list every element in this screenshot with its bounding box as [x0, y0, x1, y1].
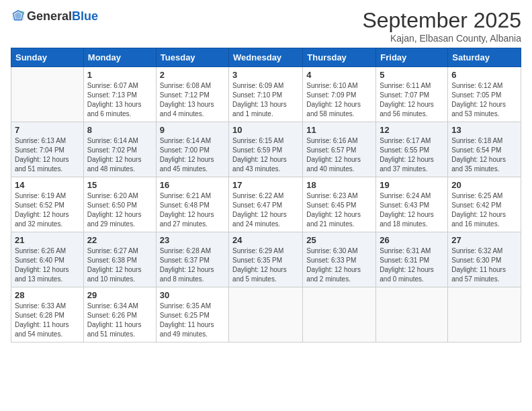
- day-info: Sunrise: 6:28 AMSunset: 6:37 PMDaylight:…: [160, 246, 225, 284]
- day-number: 10: [232, 125, 299, 135]
- day-number: 24: [232, 235, 299, 245]
- day-number: 3: [232, 70, 299, 80]
- day-number: 23: [160, 235, 225, 245]
- weekday-header-row: SundayMondayTuesdayWednesdayThursdayFrid…: [11, 48, 521, 67]
- calendar-day-cell: 27Sunrise: 6:32 AMSunset: 6:30 PMDayligh…: [448, 232, 521, 287]
- day-number: 18: [306, 180, 372, 190]
- month-title: September 2025: [362, 8, 521, 33]
- calendar-day-cell: 6Sunrise: 6:12 AMSunset: 7:05 PMDaylight…: [448, 67, 521, 122]
- calendar-day-cell: 12Sunrise: 6:17 AMSunset: 6:55 PMDayligh…: [376, 122, 448, 177]
- day-info: Sunrise: 6:35 AMSunset: 6:25 PMDaylight:…: [160, 302, 225, 339]
- calendar-day-cell: 10Sunrise: 6:15 AMSunset: 6:59 PMDayligh…: [229, 122, 303, 177]
- day-number: 6: [451, 70, 517, 80]
- calendar-day-cell: 15Sunrise: 6:20 AMSunset: 6:50 PMDayligh…: [83, 177, 156, 232]
- day-number: 1: [87, 70, 152, 80]
- calendar-day-cell: 11Sunrise: 6:16 AMSunset: 6:57 PMDayligh…: [303, 122, 376, 177]
- day-info: Sunrise: 6:12 AMSunset: 7:05 PMDaylight:…: [451, 81, 517, 119]
- calendar-day-cell: [303, 287, 376, 342]
- day-number: 26: [380, 235, 444, 245]
- weekday-header-thursday: Thursday: [303, 48, 376, 67]
- weekday-header-sunday: Sunday: [11, 48, 84, 67]
- day-info: Sunrise: 6:24 AMSunset: 6:43 PMDaylight:…: [380, 191, 444, 229]
- day-info: Sunrise: 6:14 AMSunset: 7:00 PMDaylight:…: [160, 136, 225, 174]
- day-info: Sunrise: 6:30 AMSunset: 6:33 PMDaylight:…: [306, 246, 372, 284]
- calendar-table: SundayMondayTuesdayWednesdayThursdayFrid…: [11, 48, 521, 342]
- calendar-day-cell: 13Sunrise: 6:18 AMSunset: 6:54 PMDayligh…: [448, 122, 521, 177]
- calendar-week-row: 14Sunrise: 6:19 AMSunset: 6:52 PMDayligh…: [11, 177, 521, 232]
- day-number: 29: [87, 290, 152, 300]
- day-number: 14: [15, 180, 80, 190]
- day-number: 15: [87, 180, 152, 190]
- calendar-day-cell: 5Sunrise: 6:11 AMSunset: 7:07 PMDaylight…: [376, 67, 448, 122]
- day-info: Sunrise: 6:20 AMSunset: 6:50 PMDaylight:…: [87, 191, 152, 229]
- calendar-day-cell: [448, 287, 521, 342]
- day-number: 13: [451, 125, 517, 135]
- day-number: 16: [160, 180, 225, 190]
- calendar-day-cell: [229, 287, 303, 342]
- logo-icon: [11, 8, 26, 23]
- day-info: Sunrise: 6:08 AMSunset: 7:12 PMDaylight:…: [160, 81, 225, 119]
- calendar-day-cell: 21Sunrise: 6:26 AMSunset: 6:40 PMDayligh…: [11, 232, 84, 287]
- day-number: 21: [15, 235, 80, 245]
- weekday-header-wednesday: Wednesday: [229, 48, 303, 67]
- weekday-header-saturday: Saturday: [448, 48, 521, 67]
- day-number: 22: [87, 235, 152, 245]
- day-number: 30: [160, 290, 225, 300]
- calendar-day-cell: 1Sunrise: 6:07 AMSunset: 7:13 PMDaylight…: [83, 67, 156, 122]
- weekday-header-friday: Friday: [376, 48, 448, 67]
- logo-text: GeneralBlue: [27, 9, 98, 24]
- day-number: 4: [306, 70, 372, 80]
- calendar-day-cell: 16Sunrise: 6:21 AMSunset: 6:48 PMDayligh…: [156, 177, 228, 232]
- calendar-day-cell: 29Sunrise: 6:34 AMSunset: 6:26 PMDayligh…: [83, 287, 156, 342]
- weekday-header-tuesday: Tuesday: [156, 48, 228, 67]
- calendar-day-cell: 26Sunrise: 6:31 AMSunset: 6:31 PMDayligh…: [376, 232, 448, 287]
- calendar-day-cell: [376, 287, 448, 342]
- calendar-week-row: 21Sunrise: 6:26 AMSunset: 6:40 PMDayligh…: [11, 232, 521, 287]
- day-number: 19: [380, 180, 444, 190]
- day-info: Sunrise: 6:23 AMSunset: 6:45 PMDaylight:…: [306, 191, 372, 229]
- day-info: Sunrise: 6:13 AMSunset: 7:04 PMDaylight:…: [15, 136, 80, 174]
- calendar-day-cell: 30Sunrise: 6:35 AMSunset: 6:25 PMDayligh…: [156, 287, 228, 342]
- calendar-day-cell: 20Sunrise: 6:25 AMSunset: 6:42 PMDayligh…: [448, 177, 521, 232]
- weekday-header-monday: Monday: [83, 48, 156, 67]
- day-number: 20: [451, 180, 517, 190]
- day-number: 8: [87, 125, 152, 135]
- header: GeneralBlue September 2025 Kajan, Elbasa…: [11, 8, 521, 44]
- calendar-day-cell: 23Sunrise: 6:28 AMSunset: 6:37 PMDayligh…: [156, 232, 228, 287]
- calendar-day-cell: 8Sunrise: 6:14 AMSunset: 7:02 PMDaylight…: [83, 122, 156, 177]
- calendar-week-row: 28Sunrise: 6:33 AMSunset: 6:28 PMDayligh…: [11, 287, 521, 342]
- day-info: Sunrise: 6:15 AMSunset: 6:59 PMDaylight:…: [232, 136, 299, 174]
- calendar-day-cell: 19Sunrise: 6:24 AMSunset: 6:43 PMDayligh…: [376, 177, 448, 232]
- calendar-day-cell: 28Sunrise: 6:33 AMSunset: 6:28 PMDayligh…: [11, 287, 84, 342]
- day-info: Sunrise: 6:34 AMSunset: 6:26 PMDaylight:…: [87, 302, 152, 339]
- location-subtitle: Kajan, Elbasan County, Albania: [362, 33, 521, 44]
- calendar-day-cell: 14Sunrise: 6:19 AMSunset: 6:52 PMDayligh…: [11, 177, 84, 232]
- day-number: 28: [15, 290, 80, 300]
- calendar-day-cell: 24Sunrise: 6:29 AMSunset: 6:35 PMDayligh…: [229, 232, 303, 287]
- day-info: Sunrise: 6:25 AMSunset: 6:42 PMDaylight:…: [451, 191, 517, 229]
- title-section: September 2025 Kajan, Elbasan County, Al…: [362, 8, 521, 44]
- day-number: 5: [380, 70, 444, 80]
- calendar-day-cell: [11, 67, 84, 122]
- day-number: 25: [306, 235, 372, 245]
- calendar-day-cell: 4Sunrise: 6:10 AMSunset: 7:09 PMDaylight…: [303, 67, 376, 122]
- day-info: Sunrise: 6:32 AMSunset: 6:30 PMDaylight:…: [451, 246, 517, 284]
- day-info: Sunrise: 6:10 AMSunset: 7:09 PMDaylight:…: [306, 81, 372, 119]
- day-number: 27: [451, 235, 517, 245]
- calendar-day-cell: 2Sunrise: 6:08 AMSunset: 7:12 PMDaylight…: [156, 67, 228, 122]
- day-number: 7: [15, 125, 80, 135]
- day-info: Sunrise: 6:09 AMSunset: 7:10 PMDaylight:…: [232, 81, 299, 119]
- calendar-day-cell: 17Sunrise: 6:22 AMSunset: 6:47 PMDayligh…: [229, 177, 303, 232]
- page-container: GeneralBlue September 2025 Kajan, Elbasa…: [0, 0, 532, 348]
- day-info: Sunrise: 6:16 AMSunset: 6:57 PMDaylight:…: [306, 136, 372, 174]
- calendar-week-row: 1Sunrise: 6:07 AMSunset: 7:13 PMDaylight…: [11, 67, 521, 122]
- day-info: Sunrise: 6:07 AMSunset: 7:13 PMDaylight:…: [87, 81, 152, 119]
- day-info: Sunrise: 6:22 AMSunset: 6:47 PMDaylight:…: [232, 191, 299, 229]
- day-info: Sunrise: 6:19 AMSunset: 6:52 PMDaylight:…: [15, 191, 80, 229]
- calendar-day-cell: 3Sunrise: 6:09 AMSunset: 7:10 PMDaylight…: [229, 67, 303, 122]
- day-info: Sunrise: 6:27 AMSunset: 6:38 PMDaylight:…: [87, 246, 152, 284]
- day-info: Sunrise: 6:14 AMSunset: 7:02 PMDaylight:…: [87, 136, 152, 174]
- calendar-day-cell: 18Sunrise: 6:23 AMSunset: 6:45 PMDayligh…: [303, 177, 376, 232]
- calendar-week-row: 7Sunrise: 6:13 AMSunset: 7:04 PMDaylight…: [11, 122, 521, 177]
- calendar-day-cell: 25Sunrise: 6:30 AMSunset: 6:33 PMDayligh…: [303, 232, 376, 287]
